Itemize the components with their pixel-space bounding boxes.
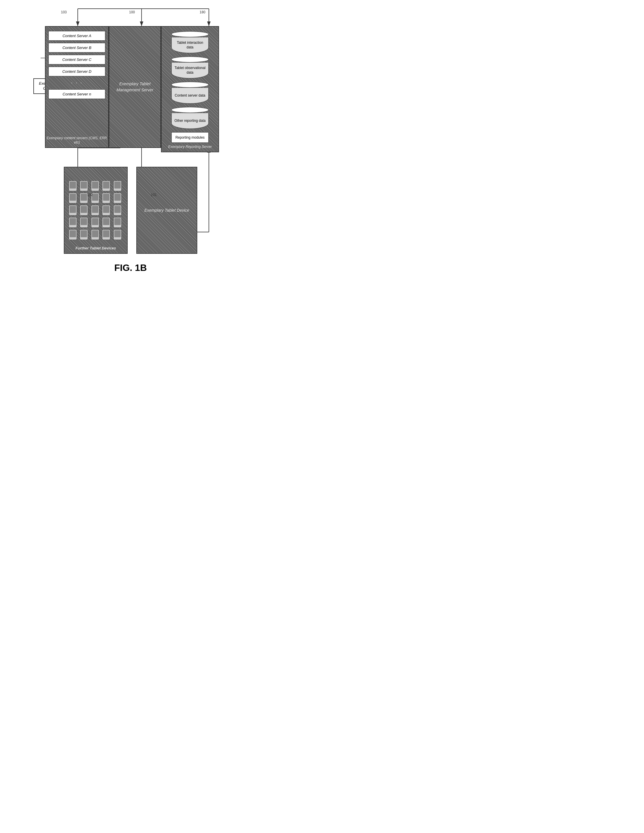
reporting-server-label: Exemplary Reporting Server [162,145,219,150]
server-b: Content Server B [48,43,105,53]
server-c-row: Content Server C [48,55,105,64]
tablet-icon [102,193,110,203]
tablet-icon [80,230,88,240]
tablet-icon [80,205,88,215]
server-a: Content Server A [48,31,105,40]
server-n: Content Server n [48,89,105,99]
tablet-icon [113,230,122,240]
content-servers-box: Content Server A Content Server B Conten… [45,26,109,148]
reporting-server-box: Tablet interaction data Tablet observati… [161,26,219,152]
server-d: Content Server D [48,67,105,76]
server-b-row: Content Server B [48,43,105,53]
ref-100: 100 [129,10,135,14]
dots: · · · [48,79,105,87]
tablet-icon [113,205,122,215]
ref-180-reporting: 180 [200,10,205,14]
further-tablets-box: Further Tablet Devices [64,167,128,254]
content-server-db: Content server data [171,82,209,104]
tablet-device-box: Exemplary Tablet Device [136,167,197,254]
tablet-icon [102,230,110,240]
tablet-icons-grid [64,176,127,244]
tablet-icon [91,217,99,228]
tablet-icon [102,217,110,228]
server-c: Content Server C [48,55,105,64]
tablet-icon [80,181,88,191]
tablet-mgmt-box: Exemplary Tablet Management Server [109,26,161,148]
tablet-icon [102,181,110,191]
tablet-mgmt-label: Exemplary Tablet Management Server [109,75,160,99]
content-servers-label: Exemplary content servers (CMS, ERP, etc… [45,136,108,145]
ref-102: 102 [87,193,93,197]
tablet-icon [69,217,77,228]
tablet-icon [69,181,77,191]
ref-101: 101 [151,193,157,197]
tablet-icon [69,230,77,240]
tablet-icon [69,193,77,203]
tablet-icon [113,181,122,191]
tablet-icon [69,205,77,215]
tablet-icon [91,205,99,215]
tablet-interaction-db: Tablet interaction data [171,31,209,53]
tablet-observational-db: Tablet observational data [171,56,209,79]
tablet-icon [113,193,122,203]
tablet-icon [113,217,122,228]
server-d-row: Content Server D [48,67,105,76]
tablet-icon [80,217,88,228]
figure-label: FIG. 1B [114,262,147,273]
reporting-modules: Reporting modules [171,132,209,143]
server-n-row: Content Server n [48,89,105,99]
tablet-device-label: Exemplary Tablet Device [145,208,189,212]
tablet-icon [91,230,99,240]
server-a-row: Content Server A [48,31,105,40]
tablet-icon [102,205,110,215]
other-reporting-db: Other reporting data [171,107,209,129]
ref-103: 103 [61,10,67,14]
tablet-icon [91,181,99,191]
further-tablets-label: Further Tablet Devices [64,246,127,251]
